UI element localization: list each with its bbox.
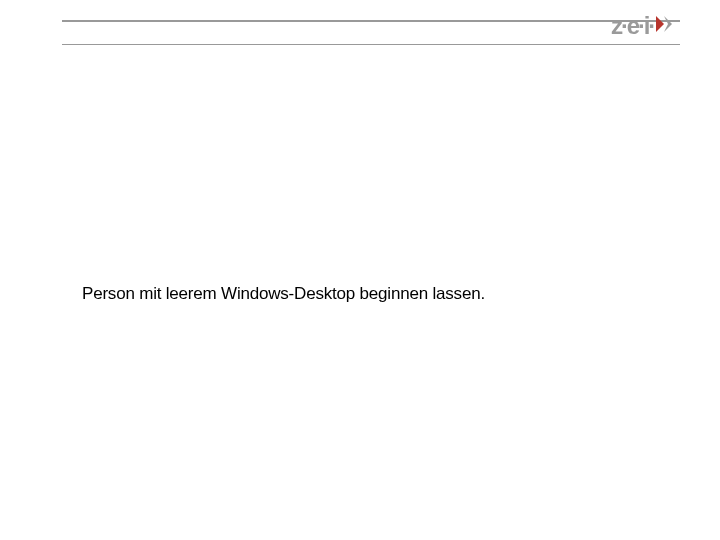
body-text: Person mit leerem Windows-Desktop beginn… (82, 284, 485, 304)
header-top-rule (62, 20, 680, 22)
header (62, 20, 680, 45)
logo-arrow-icon (654, 12, 678, 40)
logo: z · e · i · (611, 12, 678, 40)
header-bottom-rule (62, 44, 680, 45)
slide: z · e · i · Person mit leerem Windows-De… (0, 0, 720, 540)
